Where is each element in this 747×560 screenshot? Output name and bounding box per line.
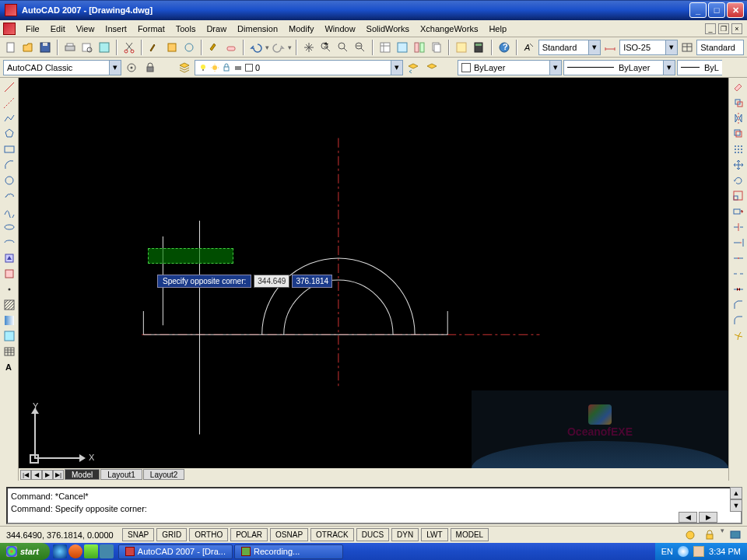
layer-states-button[interactable] <box>423 59 440 76</box>
tray-icon-1[interactable] <box>678 546 689 557</box>
menu-dimension[interactable]: Dimension <box>232 23 283 35</box>
design-center-button[interactable] <box>181 39 197 56</box>
layer-dropdown[interactable]: 0 ▾ <box>195 60 403 75</box>
ellipse-arc-tool[interactable] <box>2 235 17 250</box>
extend-tool[interactable] <box>731 235 746 250</box>
new-button[interactable] <box>3 39 19 56</box>
tab-nav-first[interactable]: |◀ <box>20 470 31 480</box>
array-tool[interactable] <box>731 142 746 157</box>
minimize-button[interactable]: _ <box>689 2 707 18</box>
hatch-tool[interactable] <box>2 297 17 313</box>
menu-modify[interactable]: Modify <box>283 23 319 35</box>
erase-tool[interactable] <box>731 79 746 95</box>
cmd-scroll-left[interactable]: ◀ <box>679 512 697 523</box>
doc-close-button[interactable]: × <box>731 23 742 34</box>
grid-toggle[interactable]: GRID <box>156 528 187 541</box>
linetype-dropdown[interactable]: ByLayer▾ <box>563 60 675 75</box>
sheet-set-button[interactable] <box>429 39 444 56</box>
line-tool[interactable] <box>2 79 17 95</box>
dim-style-dropdown[interactable]: ISO-25▾ <box>619 40 678 55</box>
polyline-tool[interactable] <box>2 110 17 126</box>
revcloud-tool[interactable] <box>2 188 17 204</box>
menu-help[interactable]: Help <box>483 23 512 35</box>
cmd-scroll-down[interactable]: ▼ <box>730 499 742 512</box>
otrack-toggle[interactable]: OTRACK <box>310 528 354 541</box>
menu-format[interactable]: Format <box>132 23 170 35</box>
start-button[interactable]: start <box>0 543 50 560</box>
join-tool[interactable] <box>731 282 746 297</box>
polar-toggle[interactable]: POLAR <box>230 528 268 541</box>
model-toggle[interactable]: MODEL <box>451 528 489 541</box>
gradient-tool[interactable] <box>2 313 17 328</box>
tab-nav-last[interactable]: ▶| <box>53 470 64 480</box>
menu-draw[interactable]: Draw <box>201 23 232 35</box>
point-tool[interactable] <box>2 282 17 297</box>
paintbrush-button[interactable] <box>206 39 222 56</box>
insert-block-tool[interactable] <box>2 250 17 266</box>
zoom-prev-button[interactable] <box>352 39 368 56</box>
tooltip-coord-x[interactable]: 344.649 <box>254 275 289 288</box>
menu-xchangeworks[interactable]: XchangeWorks <box>415 23 483 35</box>
circle-tool[interactable] <box>2 173 17 188</box>
text-style-dropdown[interactable]: Standard▾ <box>538 40 601 55</box>
spline-tool[interactable] <box>2 204 17 219</box>
open-button[interactable] <box>20 39 36 56</box>
mirror-tool[interactable] <box>731 110 746 126</box>
copy-tool[interactable] <box>731 95 746 110</box>
cut-button[interactable] <box>121 39 137 56</box>
table-style-dropdown[interactable]: Standard <box>696 40 744 55</box>
show-desktop-icon[interactable] <box>100 544 114 558</box>
menu-tools[interactable]: Tools <box>170 23 202 35</box>
clean-screen-icon[interactable] <box>727 527 744 544</box>
scale-tool[interactable] <box>731 188 746 204</box>
zoom-window-button[interactable] <box>335 39 351 56</box>
quickcalc-button[interactable] <box>471 39 486 56</box>
dyn-toggle[interactable]: DYN <box>391 528 419 541</box>
toolbar-lock-button[interactable] <box>142 59 159 76</box>
adc-button[interactable] <box>395 39 410 56</box>
ie-icon[interactable] <box>53 544 67 558</box>
explode-tool[interactable] <box>731 328 746 344</box>
volume-icon[interactable] <box>693 546 704 557</box>
arc-tool[interactable] <box>2 157 17 173</box>
break-tool[interactable] <box>731 266 746 282</box>
table-style-icon[interactable] <box>679 39 695 56</box>
cmd-scroll-right[interactable]: ▶ <box>699 512 717 523</box>
markup-button[interactable] <box>454 39 469 56</box>
publish-button[interactable] <box>96 39 112 56</box>
doc-minimize-button[interactable]: _ <box>705 23 716 34</box>
tab-nav-prev[interactable]: ◀ <box>31 470 42 480</box>
offset-tool[interactable] <box>731 126 746 142</box>
help-button[interactable]: ? <box>496 39 512 56</box>
xline-tool[interactable] <box>2 95 17 110</box>
doc-restore-button[interactable]: ❐ <box>718 23 729 34</box>
save-button[interactable] <box>37 39 53 56</box>
lwt-toggle[interactable]: LWT <box>421 528 447 541</box>
menu-view[interactable]: View <box>71 23 100 35</box>
polygon-tool[interactable] <box>2 126 17 142</box>
menu-file[interactable]: File <box>20 23 45 35</box>
clock[interactable]: 3:34 PM <box>709 547 741 556</box>
match-prop-button[interactable] <box>146 39 162 56</box>
menu-insert[interactable]: Insert <box>100 23 132 35</box>
mtext-tool[interactable]: A <box>2 359 17 375</box>
properties-button[interactable] <box>377 39 393 56</box>
ortho-toggle[interactable]: ORTHO <box>189 528 228 541</box>
lock-ui-icon[interactable] <box>701 527 718 544</box>
block-editor-button[interactable] <box>164 39 180 56</box>
move-tool[interactable] <box>731 157 746 173</box>
fillet-tool[interactable] <box>731 313 746 328</box>
make-block-tool[interactable] <box>2 266 17 282</box>
chamfer-tool[interactable] <box>731 297 746 313</box>
pan-button[interactable] <box>301 39 317 56</box>
snap-toggle[interactable]: SNAP <box>122 528 154 541</box>
tab-layout1[interactable]: Layout1 <box>100 469 142 480</box>
menu-solidworks[interactable]: SolidWorks <box>361 23 415 35</box>
break-at-point-tool[interactable] <box>731 250 746 266</box>
command-window[interactable]: Command: *Cancel* Command: Specify oppos… <box>6 487 742 524</box>
zoom-rt-button[interactable]: ± <box>318 39 334 56</box>
color-dropdown[interactable]: ByLayer▾ <box>458 60 562 75</box>
region-tool[interactable] <box>2 328 17 344</box>
tool-palette-button[interactable] <box>412 39 427 56</box>
firefox-icon[interactable] <box>68 544 82 558</box>
